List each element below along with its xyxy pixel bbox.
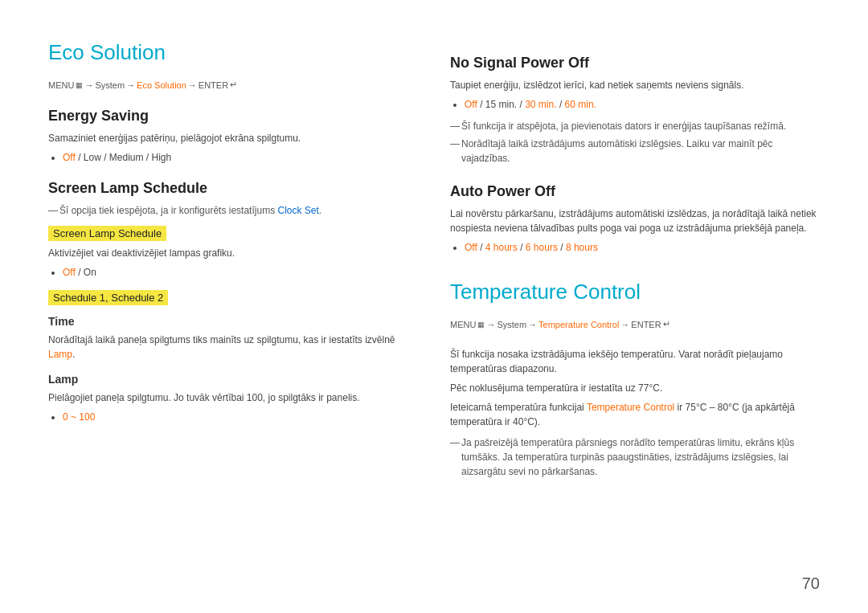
temp-desc3: Ieteicamā temperatūra funkcijai Temperat… xyxy=(450,400,820,429)
screen-lamp-highlight: Screen Lamp Schedule xyxy=(48,226,166,241)
ns-separator3: / xyxy=(559,99,565,110)
temp-desc2: Pēc noklusējuma temperatūra ir iestatīta… xyxy=(450,381,820,395)
screen-lamp-description: Aktivizējiet vai deaktivizējiet lampas g… xyxy=(48,246,402,260)
page-number: 70 xyxy=(802,574,820,593)
energy-saving-title: Energy Saving xyxy=(48,108,402,125)
ns-30: 30 min. xyxy=(525,99,556,110)
temp-desc3-start: Ieteicamā temperatūra funkcijai xyxy=(450,402,584,413)
apo-8: 8 hours xyxy=(566,242,598,253)
temp-system-label: System xyxy=(497,320,526,329)
enter-icon: ↵ xyxy=(230,80,237,90)
time-desc-text: Norādītajā laikā paneļa spilgtums tiks m… xyxy=(48,334,395,345)
temp-arrow3: → xyxy=(620,320,629,329)
time-title: Time xyxy=(48,315,402,328)
temp-note1: Ja pašreizējā temperatūra pārsniegs norā… xyxy=(450,435,820,479)
temp-control-label: Temperature Control xyxy=(538,320,619,329)
temp-arrow1: → xyxy=(486,320,495,329)
temp-menu-path: MENU ▦ → System → Temperature Control → … xyxy=(450,319,820,329)
temp-control-link: Temperature Control xyxy=(587,402,674,413)
ns-separator1: / xyxy=(480,99,485,110)
no-signal-option: Off / 15 min. / 30 min. / 60 min. xyxy=(465,97,820,112)
option-off: Off xyxy=(63,152,76,163)
apo-sep3: / xyxy=(560,242,566,253)
arrow2: → xyxy=(126,80,135,90)
lamp-range: 0 ~ 100 xyxy=(63,411,95,423)
no-signal-note1: Šī funkcija ir atspējota, ja pievienotai… xyxy=(450,119,820,133)
apo-off: Off xyxy=(465,242,477,253)
auto-power-option: Off / 4 hours / 6 hours / 8 hours xyxy=(465,240,820,255)
left-column: Eco Solution MENU ▦ → System → Eco Solut… xyxy=(48,40,434,581)
arrow1: → xyxy=(84,80,93,90)
temp-enter-icon: ↵ xyxy=(663,319,670,329)
energy-saving-options: Off / Low / Medium / High xyxy=(63,150,402,166)
lamp-off: Off xyxy=(63,267,76,278)
time-end: . xyxy=(72,349,75,360)
screen-lamp-title: Screen Lamp Schedule xyxy=(48,180,402,197)
no-signal-note2: Norādītajā laikā izstrādājums automātisk… xyxy=(450,137,820,166)
apo-4: 4 hours xyxy=(485,242,518,253)
eco-solution-menu-path: MENU ▦ → System → Eco Solution → ENTER ↵ xyxy=(48,80,402,90)
temp-menu-label: MENU xyxy=(450,320,476,329)
energy-saving-description: Samaziniet enerģijas patēriņu, pielāgojo… xyxy=(48,131,402,145)
right-column: No Signal Power Off Taupiet enerģiju, iz… xyxy=(434,40,820,581)
lamp-title: Lamp xyxy=(48,373,402,386)
ns-off: Off xyxy=(465,99,477,110)
system-label: System xyxy=(95,80,125,90)
note-end: . xyxy=(319,205,321,216)
screen-lamp-options: Off / On xyxy=(63,265,402,280)
schedule-highlight: Schedule 1, Schedule 2 xyxy=(48,290,168,305)
lamp-description: Pielāgojiet paneļa spilgtumu. Jo tuvāk v… xyxy=(48,390,402,405)
lamp-link: Lamp xyxy=(48,349,72,360)
option-rest: / Low / Medium / High xyxy=(76,152,171,163)
screen-lamp-option: Off / On xyxy=(63,265,402,280)
temp-enter-label: ENTER xyxy=(631,320,661,329)
no-signal-title: No Signal Power Off xyxy=(450,55,820,72)
screen-lamp-note: Šī opcija tiek iespējota, ja ir konfigur… xyxy=(48,203,402,218)
time-description: Norādītajā laikā paneļa spilgtums tiks m… xyxy=(48,333,402,362)
lamp-on: / On xyxy=(76,267,96,278)
apo-sep1: / xyxy=(480,242,485,253)
auto-power-off-description: Lai novērstu pārkaršanu, izstrādājums au… xyxy=(450,206,820,235)
screen-lamp-note-text: Šī opcija tiek iespējota, ja ir konfigur… xyxy=(59,205,275,216)
lamp-options: 0 ~ 100 xyxy=(63,410,402,425)
temp-desc1: Šī funkcija nosaka izstrādājuma iekšējo … xyxy=(450,347,820,376)
no-signal-options: Off / 15 min. / 30 min. / 60 min. xyxy=(465,97,820,112)
eco-solution-label: Eco Solution xyxy=(137,80,186,90)
temp-menu-icon: ▦ xyxy=(477,321,485,329)
menu-icon: ▦ xyxy=(76,81,83,89)
energy-saving-option: Off / Low / Medium / High xyxy=(63,150,402,166)
enter-label: ENTER xyxy=(199,80,228,90)
ns-15: 15 min. xyxy=(485,99,517,110)
clock-set-link: Clock Set xyxy=(277,205,318,216)
arrow3: → xyxy=(188,80,197,90)
apo-6: 6 hours xyxy=(526,242,558,253)
apo-sep2: / xyxy=(520,242,526,253)
auto-power-off-title: Auto Power Off xyxy=(450,183,820,200)
eco-solution-title: Eco Solution xyxy=(48,40,402,65)
lamp-range-option: 0 ~ 100 xyxy=(63,410,402,425)
menu-label: MENU xyxy=(48,80,74,90)
temperature-control-title: Temperature Control xyxy=(450,280,820,304)
auto-power-off-options: Off / 4 hours / 6 hours / 8 hours xyxy=(465,240,820,255)
temp-arrow2: → xyxy=(528,320,537,329)
no-signal-description: Taupiet enerģiju, izslēdzot ierīci, kad … xyxy=(450,78,820,92)
temperature-control-section: Temperature Control MENU ▦ → System → Te… xyxy=(450,280,820,479)
ns-60: 60 min. xyxy=(565,99,596,110)
